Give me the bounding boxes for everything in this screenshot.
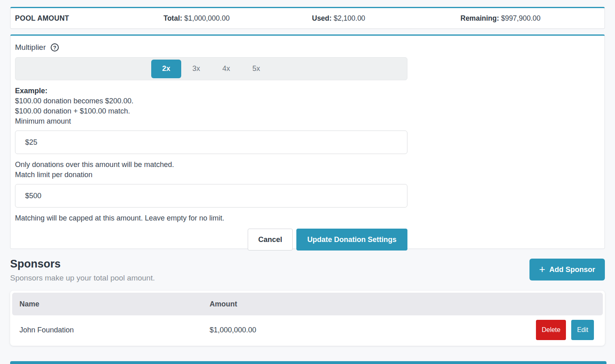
multiplier-label: Multiplier [15,43,46,52]
add-sponsor-label: Add Sponsor [549,266,595,274]
delete-button[interactable]: Delete [536,320,566,340]
pool-remaining: Remaining: $997,900.00 [456,14,604,23]
donation-settings-page: POOL AMOUNT Total: $1,000,000.00 Used: $… [0,7,615,346]
settings-actions: Cancel Update Donation Settings [15,229,407,251]
minimum-amount-input[interactable] [15,131,407,154]
pool-used-label: Used: [312,14,332,22]
sponsors-header: Sponsors Sponsors make up your total poo… [10,258,605,283]
example-line-1: $100.00 donation becomes $200.00. [15,96,600,106]
match-limit-label: Match limit per donation [15,170,600,180]
help-icon[interactable]: ? [51,43,59,51]
example-block: Example: $100.00 donation becomes $200.0… [15,86,600,126]
match-limit-help: Matching will be capped at this amount. … [15,213,600,223]
sponsor-name: John Foundation [12,326,210,334]
match-limit-input[interactable] [15,184,407,208]
sponsors-heading-block: Sponsors Sponsors make up your total poo… [10,258,155,283]
pool-remaining-label: Remaining: [461,14,499,22]
example-title: Example: [15,86,600,96]
example-line-2: $100.00 donation + $100.00 match. [15,106,600,116]
plus-icon: + [539,264,545,274]
minimum-amount-help-block: Only donations over this amount will be … [15,160,600,180]
multiplier-option-5x[interactable]: 5x [241,60,271,78]
pool-summary-bar: POOL AMOUNT Total: $1,000,000.00 Used: $… [10,7,605,29]
pool-total-label: Total: [163,14,182,22]
table-row: John Foundation $1,000,000.00 Delete Edi… [12,315,603,345]
cancel-button[interactable]: Cancel [248,229,293,251]
minimum-amount-help: Only donations over this amount will be … [15,160,600,170]
row-actions: Delete Edit [536,320,603,340]
multiplier-segmented-control: 2x 3x 4x 5x [15,57,407,80]
donation-settings-card: Multiplier ? 2x 3x 4x 5x Example: $100.0… [10,34,605,249]
pool-total: Total: $1,000,000.00 [159,14,307,23]
add-sponsor-button[interactable]: + Add Sponsor [529,259,605,280]
sponsors-title: Sponsors [10,258,155,270]
edit-button[interactable]: Edit [571,320,594,340]
pool-used-value: $2,100.00 [334,14,365,22]
sponsors-subtitle: Sponsors make up your total pool amount. [10,274,155,283]
sponsors-table: Name Amount John Foundation $1,000,000.0… [10,291,605,346]
multiplier-option-3x[interactable]: 3x [181,60,211,78]
sponsors-table-header: Name Amount [12,293,603,315]
sponsor-amount: $1,000,000.00 [210,326,536,334]
column-header-amount: Amount [210,300,603,308]
pool-total-value: $1,000,000.00 [184,14,229,22]
pool-used: Used: $2,100.00 [308,14,456,23]
update-donation-settings-button[interactable]: Update Donation Settings [296,229,407,251]
pool-remaining-value: $997,900.00 [501,14,540,22]
multiplier-option-2x[interactable]: 2x [151,60,181,78]
multiplier-row: Multiplier ? [15,43,600,52]
minimum-amount-label: Minimum amount [15,116,600,126]
multiplier-option-4x[interactable]: 4x [211,60,241,78]
pool-amount-title: POOL AMOUNT [11,14,159,23]
column-header-name: Name [12,300,210,308]
next-card-top-border [10,361,606,364]
